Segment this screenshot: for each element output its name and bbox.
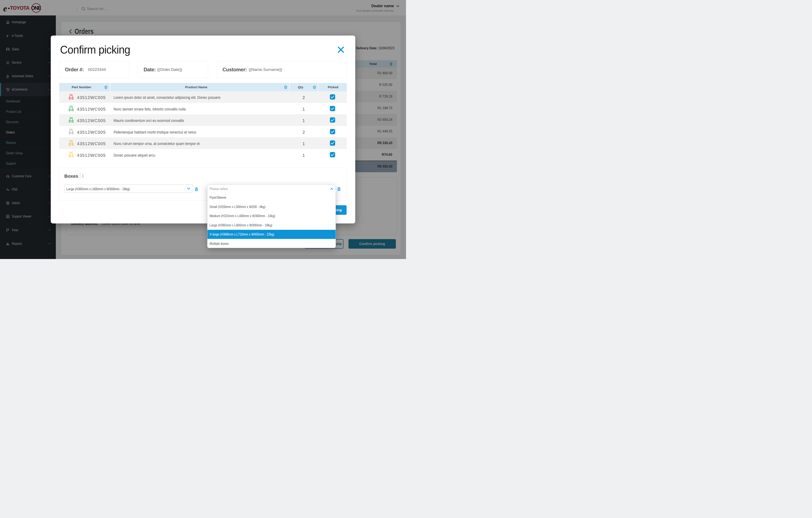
svg-text:0001: 0001 xyxy=(69,152,73,153)
svg-text:0001: 0001 xyxy=(69,140,73,141)
svg-text:0001: 0001 xyxy=(69,105,73,107)
svg-text:0001: 0001 xyxy=(69,129,73,130)
svg-text:0001: 0001 xyxy=(69,117,73,118)
svg-text:0001: 0001 xyxy=(69,94,73,95)
